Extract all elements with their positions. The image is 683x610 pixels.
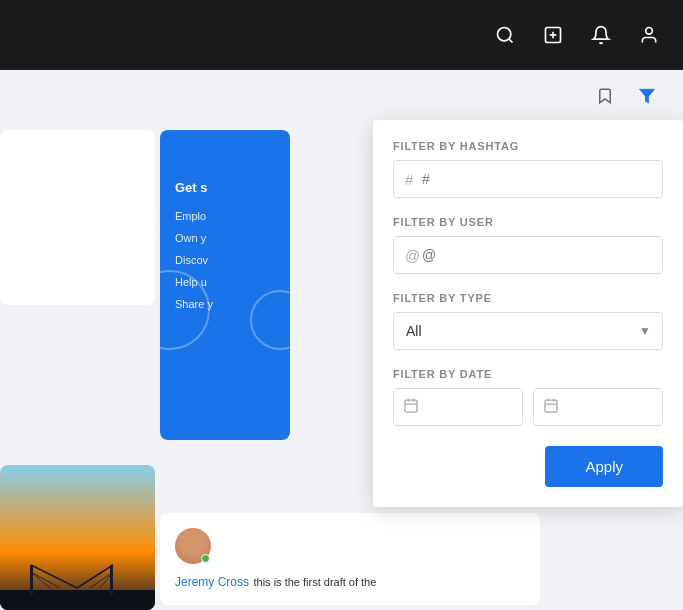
- apply-button[interactable]: Apply: [545, 446, 663, 487]
- hashtag-label: FILTER BY HASHTAG: [393, 140, 663, 152]
- filter-panel: FILTER BY HASHTAG # FILTER BY USER @ FIL…: [373, 120, 683, 507]
- svg-marker-15: [640, 89, 655, 103]
- date-from-wrapper: [393, 388, 523, 426]
- online-indicator: [201, 554, 210, 563]
- hashtag-input-wrapper: #: [393, 160, 663, 198]
- bookmark-icon[interactable]: [589, 80, 621, 112]
- hashtag-input[interactable]: [393, 160, 663, 198]
- type-select[interactable]: All Posts Articles Questions Ideas: [393, 312, 663, 350]
- post-author[interactable]: Jeremy Cross: [175, 575, 249, 589]
- post-card: Jeremy Cross this is the first draft of …: [160, 513, 540, 605]
- filter-icon[interactable]: [631, 80, 663, 112]
- user-label: FILTER BY USER: [393, 216, 663, 228]
- type-select-wrapper: All Posts Articles Questions Ideas ▼: [393, 312, 663, 350]
- blue-card: Get s Emplo Own y Discov Help u Share y: [160, 130, 290, 440]
- app-header: [0, 0, 683, 70]
- calendar-from-icon: [403, 398, 419, 417]
- date-label: FILTER BY DATE: [393, 368, 663, 380]
- hashtag-icon: #: [405, 171, 413, 188]
- svg-point-0: [498, 28, 511, 41]
- new-post-icon[interactable]: [539, 21, 567, 49]
- notifications-icon[interactable]: [587, 21, 615, 49]
- post-text: this is the first draft of the: [253, 576, 376, 588]
- main-area: ine institution ned a series of mental e…: [0, 70, 683, 610]
- svg-line-12: [31, 572, 60, 588]
- svg-rect-6: [0, 590, 155, 610]
- blue-card-title: Get s: [175, 180, 275, 195]
- svg-line-11: [31, 572, 50, 588]
- svg-rect-8: [110, 565, 113, 595]
- svg-rect-7: [30, 565, 33, 595]
- svg-rect-16: [405, 400, 417, 412]
- toolbar-row: [0, 70, 683, 122]
- date-row: [393, 388, 663, 426]
- type-label: FILTER BY TYPE: [393, 292, 663, 304]
- svg-point-5: [646, 28, 653, 35]
- left-card: [0, 130, 155, 305]
- blue-card-item-3: Discov: [175, 254, 275, 266]
- user-input[interactable]: [393, 236, 663, 274]
- at-icon: @: [405, 247, 420, 264]
- bottom-image: [0, 465, 155, 610]
- account-icon[interactable]: [635, 21, 663, 49]
- blue-card-item-1: Emplo: [175, 210, 275, 222]
- search-icon[interactable]: [491, 21, 519, 49]
- svg-rect-20: [545, 400, 557, 412]
- blue-card-item-2: Own y: [175, 232, 275, 244]
- calendar-to-icon: [543, 398, 559, 417]
- svg-line-1: [509, 39, 513, 43]
- date-to-wrapper: [533, 388, 663, 426]
- user-input-wrapper: @: [393, 236, 663, 274]
